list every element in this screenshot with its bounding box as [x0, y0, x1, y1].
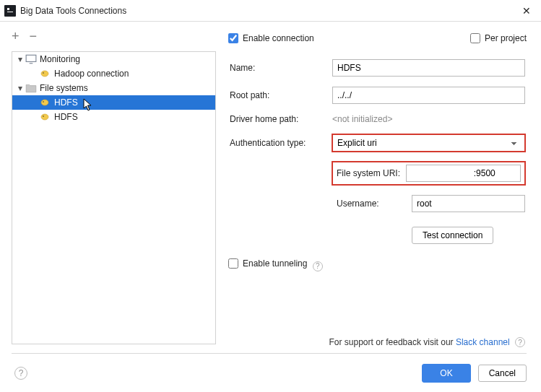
per-project-checkbox[interactable]: Per project: [470, 33, 527, 43]
slack-link[interactable]: Slack channel: [456, 337, 510, 347]
svg-point-7: [41, 100, 48, 105]
add-button[interactable]: +: [12, 29, 20, 44]
support-prefix: For support or feedback visit our: [329, 337, 456, 347]
help-icon[interactable]: ?: [313, 261, 323, 271]
tree-label: Monitoring: [40, 54, 80, 64]
driver-home-value: <not initialized>: [332, 114, 392, 124]
titlebar: Big Data Tools Connections ✕: [0, 0, 541, 22]
root-path-field[interactable]: [332, 87, 525, 104]
tree-node-monitoring[interactable]: ▾ Monitoring: [12, 52, 215, 66]
tree-toolbar: + −: [0, 22, 216, 47]
tree-node-hadoop-connection[interactable]: Hadoop connection: [12, 66, 215, 81]
svg-point-5: [41, 71, 48, 77]
enable-tunneling-checkbox[interactable]: Enable tunneling: [228, 258, 307, 269]
app-icon: [4, 5, 16, 17]
enable-connection-label: Enable connection: [243, 33, 314, 43]
name-label: Name:: [230, 63, 255, 73]
driver-home-label: Driver home path:: [230, 114, 298, 124]
hadoop-icon: [40, 111, 51, 123]
per-project-input[interactable]: [470, 33, 480, 43]
hadoop-icon: [40, 97, 51, 108]
enable-tunneling-label: Enable tunneling: [243, 258, 307, 269]
svg-point-10: [43, 116, 44, 117]
enable-connection-input[interactable]: [228, 33, 238, 43]
per-project-label: Per project: [485, 33, 527, 43]
auth-type-select[interactable]: Explicit uri: [332, 134, 525, 152]
svg-rect-2: [7, 12, 13, 12]
test-connection-button[interactable]: Test connection: [412, 227, 493, 244]
tree-label: HDFS: [54, 97, 78, 108]
remove-button[interactable]: −: [30, 29, 38, 44]
tree-node-hdfs-1[interactable]: HDFS: [12, 95, 215, 110]
svg-rect-3: [26, 55, 36, 61]
expand-icon[interactable]: ▾: [15, 83, 25, 93]
enable-connection-checkbox[interactable]: Enable connection: [228, 33, 314, 43]
fs-uri-field[interactable]: [406, 165, 521, 182]
dialog-body: + − ▾ Monitoring Hadoop connection ▾ Fil…: [0, 22, 541, 353]
tree-label: File systems: [40, 83, 88, 93]
tree-node-hdfs-2[interactable]: HDFS: [12, 110, 215, 124]
footer: ? OK Cancel: [0, 354, 541, 392]
auth-type-label: Authentication type:: [230, 138, 306, 148]
svg-point-9: [41, 114, 48, 120]
form-table: Name: Root path: Driver home path: <not …: [228, 53, 527, 254]
ok-button[interactable]: OK: [422, 364, 470, 383]
hadoop-icon: [40, 68, 51, 79]
username-field[interactable]: [412, 195, 525, 212]
connections-tree[interactable]: ▾ Monitoring Hadoop connection ▾ File sy…: [12, 51, 216, 344]
name-field[interactable]: [332, 59, 525, 77]
monitor-icon: [25, 53, 37, 65]
left-pane: + − ▾ Monitoring Hadoop connection ▾ Fil…: [0, 22, 217, 353]
cancel-button[interactable]: Cancel: [478, 365, 527, 382]
svg-point-6: [43, 72, 44, 74]
tree-node-file-systems[interactable]: ▾ File systems: [12, 81, 215, 95]
window-title: Big Data Tools Connections: [20, 6, 126, 16]
username-label: Username:: [337, 199, 406, 209]
enable-tunneling-input[interactable]: [228, 258, 238, 269]
tree-label: HDFS: [54, 112, 78, 122]
svg-rect-1: [7, 8, 9, 10]
tree-label: Hadoop connection: [54, 69, 129, 79]
close-icon[interactable]: ✕: [516, 4, 537, 18]
root-path-label: Root path:: [230, 90, 269, 100]
support-line: For support or feedback visit our Slack …: [228, 337, 527, 354]
folder-icon: [25, 82, 37, 94]
right-pane: Enable connection Per project Name: Root…: [217, 22, 541, 353]
svg-point-8: [43, 101, 44, 103]
fs-uri-label: File system URI:: [337, 168, 400, 178]
help-icon[interactable]: ?: [515, 337, 525, 347]
expand-icon[interactable]: ▾: [15, 54, 25, 64]
help-icon[interactable]: ?: [14, 367, 27, 380]
